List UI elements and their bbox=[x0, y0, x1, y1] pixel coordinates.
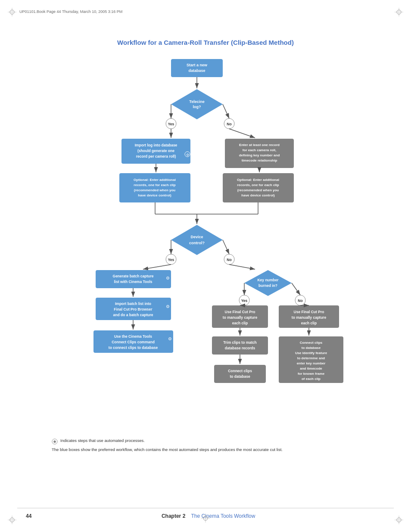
svg-line-65 bbox=[143, 264, 171, 269]
svg-text:and timecode: and timecode bbox=[300, 367, 322, 370]
svg-text:and do a batch capture: and do a batch capture bbox=[113, 313, 153, 317]
svg-text:have device control): have device control) bbox=[241, 193, 275, 197]
svg-text:Optional: Enter additional: Optional: Enter additional bbox=[237, 178, 279, 182]
svg-text:(should generate one: (should generate one bbox=[137, 149, 174, 153]
svg-text:have device control): have device control) bbox=[138, 193, 171, 197]
svg-text:Connect clips: Connect clips bbox=[228, 369, 252, 373]
footer-chapter-label: Chapter 2 bbox=[162, 513, 185, 519]
svg-text:Import batch list into: Import batch list into bbox=[115, 302, 151, 306]
svg-line-64 bbox=[223, 240, 229, 254]
svg-rect-118 bbox=[214, 365, 266, 383]
svg-rect-67 bbox=[96, 270, 171, 288]
svg-text:⚙: ⚙ bbox=[168, 336, 172, 341]
svg-text:(recommended when you: (recommended when you bbox=[237, 188, 279, 192]
svg-text:Device: Device bbox=[190, 235, 203, 239]
flowchart-diagram: Start a new database Telecine log? Yes N… bbox=[44, 55, 367, 429]
svg-line-79 bbox=[292, 283, 300, 295]
svg-text:to manually capture: to manually capture bbox=[223, 315, 258, 320]
svg-line-27 bbox=[229, 129, 255, 138]
svg-text:for known frame: for known frame bbox=[298, 372, 325, 376]
center-mark-bottom bbox=[201, 514, 210, 524]
svg-marker-71 bbox=[244, 270, 292, 296]
svg-text:Trim clips to match: Trim clips to match bbox=[223, 340, 256, 345]
footer-page-number: 44 bbox=[26, 513, 31, 519]
gear-icon: ⚙ bbox=[52, 439, 58, 445]
svg-text:Use Identify feature: Use Identify feature bbox=[295, 351, 327, 355]
footer-chapter-title: The Cinema Tools Workflow bbox=[191, 513, 255, 519]
svg-text:enter key number: enter key number bbox=[297, 361, 326, 365]
svg-text:Connect clips: Connect clips bbox=[300, 341, 323, 345]
note-automated: ⚙ Indicates steps that use automated pro… bbox=[52, 438, 359, 445]
svg-text:timecode relationship: timecode relationship bbox=[242, 159, 277, 162]
svg-text:Import log into database: Import log into database bbox=[135, 143, 177, 147]
svg-text:database: database bbox=[188, 68, 205, 73]
svg-text:records, one for each clip: records, one for each clip bbox=[134, 183, 175, 187]
svg-marker-17 bbox=[171, 89, 223, 119]
svg-text:Yes: Yes bbox=[168, 122, 174, 126]
svg-line-66 bbox=[229, 264, 255, 269]
svg-text:each clip: each clip bbox=[301, 321, 317, 325]
svg-text:control?: control? bbox=[189, 241, 205, 245]
svg-text:⚙: ⚙ bbox=[53, 440, 56, 443]
svg-text:record per camera roll): record per camera roll) bbox=[136, 154, 176, 159]
svg-line-25 bbox=[223, 104, 229, 118]
svg-text:for each camera roll,: for each camera roll, bbox=[243, 148, 276, 152]
svg-text:No: No bbox=[227, 122, 231, 126]
svg-text:⚙: ⚙ bbox=[186, 153, 189, 157]
svg-text:records, one for each clip: records, one for each clip bbox=[237, 183, 279, 187]
note-blue-boxes: The blue boxes show the preferred workfl… bbox=[52, 447, 359, 452]
svg-text:⚙: ⚙ bbox=[166, 276, 170, 280]
notes-area: ⚙ Indicates steps that use automated pro… bbox=[26, 438, 385, 452]
header-text: UP01101.Book Page 44 Thursday, March 10,… bbox=[19, 9, 122, 14]
svg-text:list with Cinema Tools: list with Cinema Tools bbox=[114, 280, 152, 284]
svg-text:Yes: Yes bbox=[241, 299, 248, 303]
svg-text:to connect clips to database: to connect clips to database bbox=[109, 345, 158, 350]
bottom-divider bbox=[17, 508, 394, 508]
svg-text:Use the Cinema Tools: Use the Cinema Tools bbox=[114, 334, 152, 339]
page: UP01101.Book Page 44 Thursday, March 10,… bbox=[0, 0, 411, 532]
svg-text:Yes: Yes bbox=[168, 258, 174, 262]
svg-rect-104 bbox=[212, 336, 268, 355]
svg-text:to determine and: to determine and bbox=[297, 356, 325, 360]
svg-text:to manually capture: to manually capture bbox=[292, 315, 327, 320]
svg-text:to database: to database bbox=[302, 346, 321, 350]
svg-rect-13 bbox=[171, 59, 223, 77]
corner-mark-tr bbox=[395, 8, 403, 16]
svg-text:No: No bbox=[298, 299, 302, 303]
svg-text:⚙: ⚙ bbox=[166, 304, 170, 309]
svg-text:Generate batch capture: Generate batch capture bbox=[113, 274, 154, 278]
svg-text:Final Cut Pro Browser: Final Cut Pro Browser bbox=[114, 307, 153, 311]
svg-text:Connect Clips command: Connect Clips command bbox=[112, 340, 155, 344]
note-automated-text: Indicates steps that use automated proce… bbox=[60, 438, 145, 443]
svg-text:of each clip: of each clip bbox=[302, 377, 321, 381]
svg-text:Use Final Cut Pro: Use Final Cut Pro bbox=[294, 310, 324, 314]
svg-text:No: No bbox=[227, 258, 231, 262]
svg-text:each clip: each clip bbox=[232, 321, 248, 325]
svg-text:Telecine: Telecine bbox=[189, 100, 204, 104]
svg-text:to database: to database bbox=[230, 374, 250, 379]
svg-text:defining key number and: defining key number and bbox=[239, 153, 280, 157]
svg-text:Key number: Key number bbox=[257, 278, 279, 282]
svg-text:database records: database records bbox=[225, 346, 255, 350]
corner-mark-tl bbox=[8, 8, 16, 16]
page-title: Workflow for a Camera-Roll Transfer (Cli… bbox=[26, 39, 385, 46]
svg-text:Enter at least one record: Enter at least one record bbox=[239, 143, 280, 147]
svg-text:log?: log? bbox=[193, 105, 201, 109]
svg-marker-56 bbox=[171, 225, 223, 255]
svg-text:(recommended when you: (recommended when you bbox=[134, 188, 176, 192]
svg-text:Use Final Cut Pro: Use Final Cut Pro bbox=[225, 310, 255, 314]
note-blue-boxes-text: The blue boxes show the preferred workfl… bbox=[52, 447, 283, 452]
svg-text:Optional: Enter additional: Optional: Enter additional bbox=[134, 178, 176, 182]
svg-text:Start a new: Start a new bbox=[187, 63, 208, 67]
svg-text:burned in?: burned in? bbox=[258, 283, 277, 288]
